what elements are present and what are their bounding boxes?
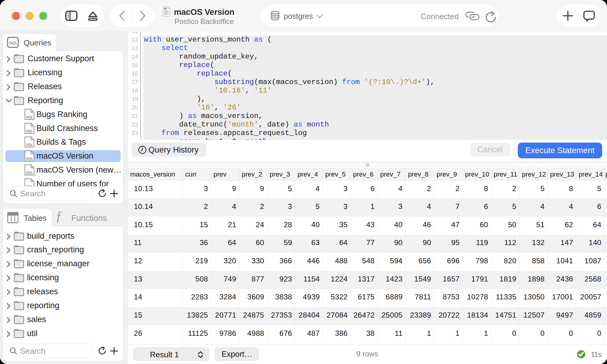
svg-text:SQL: SQL — [9, 41, 18, 45]
